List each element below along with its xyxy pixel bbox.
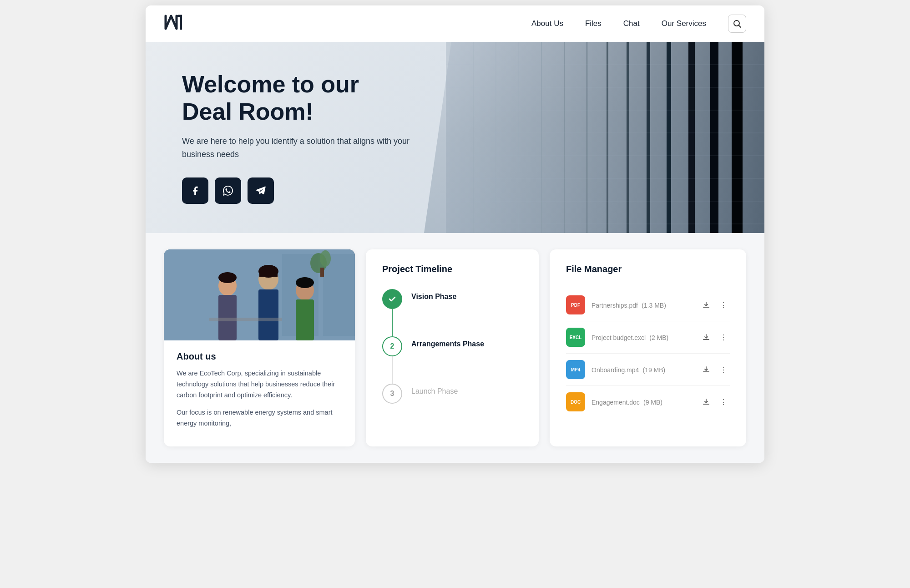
facebook-icon (190, 186, 200, 196)
more-button-3[interactable]: ⋮ (717, 363, 730, 376)
more-button-4[interactable]: ⋮ (717, 395, 730, 408)
more-button-2[interactable]: ⋮ (717, 331, 730, 344)
timeline-item-3: 3 Launch Phase (382, 384, 522, 404)
file-name-1: Partnerships.pdf (1.3 MB) (592, 301, 693, 309)
filemanager-title: File Manager (566, 264, 730, 274)
timeline-card: Project Timeline Vision Phase (366, 249, 539, 446)
more-button-1[interactable]: ⋮ (717, 299, 730, 311)
timeline-line-2 (392, 356, 393, 384)
file-actions-3: ⋮ (700, 363, 730, 376)
nav-files[interactable]: Files (585, 19, 602, 28)
file-item-2: EXCL Project budget.excl (2 MB) ⋮ (566, 321, 730, 354)
file-item-1: PDF Partnerships.pdf (1.3 MB) ⋮ (566, 289, 730, 321)
file-badge-mp4: MP4 (566, 360, 585, 379)
telegram-button[interactable] (248, 177, 274, 204)
download-button-2[interactable] (700, 331, 713, 344)
about-body-1: We are EcoTech Corp, specializing in sus… (177, 368, 342, 401)
svg-rect-26 (323, 254, 355, 336)
hero-content: Welcome to our Deal Room! We are here to… (146, 71, 410, 203)
svg-point-35 (218, 272, 237, 283)
svg-rect-29 (320, 268, 324, 277)
download-button-1[interactable] (700, 299, 713, 311)
whatsapp-button[interactable] (215, 177, 241, 204)
timeline-label-3: Launch Phase (411, 387, 458, 395)
main-content: About us We are EcoTech Corp, specializi… (146, 233, 764, 463)
hero-subtitle: We are here to help you identify a solut… (182, 135, 410, 161)
file-list: PDF Partnerships.pdf (1.3 MB) ⋮ (566, 289, 730, 418)
whatsapp-icon (223, 186, 233, 196)
timeline-item-1: Vision Phase (382, 289, 522, 336)
about-heading: About us (177, 351, 342, 362)
file-name-3: Onboarding.mp4 (19 MB) (592, 366, 693, 374)
timeline: Vision Phase 2 Arrangements Phase (382, 289, 522, 404)
file-badge-excl: EXCL (566, 328, 585, 347)
facebook-button[interactable] (182, 177, 208, 204)
timeline-circle-2: 2 (382, 336, 402, 356)
navbar: About Us Files Chat Our Services (146, 5, 764, 42)
svg-point-38 (296, 277, 314, 288)
nav-links: About Us Files Chat Our Services (531, 19, 706, 28)
download-button-4[interactable] (700, 395, 713, 408)
download-icon-2 (703, 334, 710, 341)
telegram-icon (256, 186, 266, 196)
file-item-4: DOC Engagement.doc (9 MB) ⋮ (566, 386, 730, 418)
file-actions-4: ⋮ (700, 395, 730, 408)
download-icon (703, 301, 710, 309)
checkmark-icon (388, 295, 396, 303)
svg-rect-31 (258, 289, 278, 340)
timeline-line-1 (392, 309, 393, 336)
timeline-circle-3: 3 (382, 384, 402, 404)
timeline-right-3: Launch Phase (411, 384, 458, 395)
timeline-left-3: 3 (382, 384, 402, 404)
svg-rect-37 (296, 299, 314, 340)
filemanager-card: File Manager PDF Partnerships.pdf (1.3 M… (550, 249, 746, 446)
file-name-4: Engagement.doc (9 MB) (592, 398, 693, 406)
about-text: About us We are EcoTech Corp, specializi… (164, 340, 355, 446)
search-button[interactable] (728, 15, 746, 33)
timeline-circle-1 (382, 289, 402, 309)
hero-columns-decoration (446, 42, 764, 233)
svg-point-0 (734, 20, 739, 26)
page-container: About Us Files Chat Our Services (146, 5, 764, 463)
download-button-3[interactable] (700, 363, 713, 376)
timeline-left-1 (382, 289, 402, 336)
about-card: About us We are EcoTech Corp, specializi… (164, 249, 355, 446)
file-actions-1: ⋮ (700, 299, 730, 311)
nav-about-us[interactable]: About Us (531, 19, 563, 28)
file-actions-2: ⋮ (700, 331, 730, 344)
timeline-item-2: 2 Arrangements Phase (382, 336, 522, 384)
hero-actions (182, 177, 410, 204)
search-icon (733, 20, 741, 28)
download-icon-4 (703, 398, 710, 406)
timeline-label-2: Arrangements Phase (411, 340, 484, 348)
svg-rect-39 (209, 318, 282, 321)
nav-our-services[interactable]: Our Services (662, 19, 706, 28)
people-illustration (164, 249, 355, 340)
timeline-label-1: Vision Phase (411, 293, 456, 300)
hero-section: Welcome to our Deal Room! We are here to… (146, 42, 764, 233)
timeline-title: Project Timeline (382, 264, 522, 274)
about-body-2: Our focus is on renewable energy systems… (177, 407, 342, 429)
svg-point-28 (320, 250, 331, 267)
timeline-right-2: Arrangements Phase (411, 336, 484, 375)
timeline-left-2: 2 (382, 336, 402, 384)
file-badge-doc: DOC (566, 392, 585, 411)
file-name-2: Project budget.excl (2 MB) (592, 334, 693, 341)
download-icon-3 (703, 366, 710, 373)
timeline-right-1: Vision Phase (411, 289, 456, 328)
svg-line-1 (739, 25, 741, 27)
hero-title: Welcome to our Deal Room! (182, 71, 410, 126)
about-image (164, 249, 355, 340)
nav-chat[interactable]: Chat (623, 19, 640, 28)
file-badge-pdf: PDF (566, 295, 585, 314)
file-item-3: MP4 Onboarding.mp4 (19 MB) ⋮ (566, 354, 730, 386)
logo[interactable] (164, 14, 182, 34)
